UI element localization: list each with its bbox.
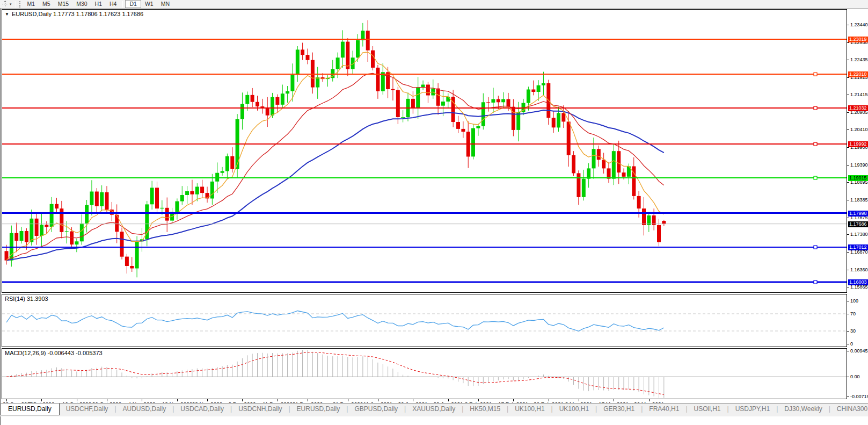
line-drag-handle[interactable]	[814, 280, 817, 284]
crosshair-icon	[2, 1, 9, 8]
timeframe-button-h4[interactable]: H4	[106, 0, 120, 8]
price-tick-tick	[847, 287, 849, 287]
price-chart-pane[interactable]: ▼EURUSD,Daily 1.17773 1.17806 1.17623 1.…	[2, 9, 847, 293]
toolbar-separator	[16, 1, 16, 8]
price-tick-tick	[847, 200, 849, 200]
timeframe-button-w1[interactable]: W1	[141, 0, 157, 8]
macd-tick-label: 0.009451	[850, 348, 868, 354]
chart-tab-usdjpy-h1[interactable]: USDJPY,H1	[729, 404, 776, 415]
macd-indicator-pane[interactable]: MACD(12,26,9) -0.006443 -0.005373	[2, 348, 847, 399]
date-tick	[513, 399, 514, 401]
date-tick	[649, 399, 650, 401]
horizontal-level-line[interactable]	[2, 176, 847, 179]
price-tick-tick	[847, 60, 849, 60]
macd-tick-tick	[847, 377, 849, 377]
chart-window: ▼EURUSD,Daily 1.17773 1.17806 1.17623 1.…	[0, 9, 868, 425]
level-price-badge: 1.19992	[848, 141, 868, 147]
price-tick-tick	[847, 112, 849, 113]
horizontal-level-line[interactable]	[2, 73, 847, 76]
line-drag-handle[interactable]	[814, 246, 817, 249]
chart-tab-bar: EURUSD,DailyUSDCHF,Daily|AUDUSD,Daily|US…	[0, 403, 868, 416]
timeframe-button-m30[interactable]: M30	[72, 0, 91, 8]
ema-slow-line[interactable]	[6, 110, 664, 261]
horizontal-level-line[interactable]	[2, 246, 847, 249]
macd-label: MACD(12,26,9) -0.006443 -0.005373	[5, 350, 103, 356]
horizontal-level-line[interactable]	[2, 280, 847, 284]
chart-tab-gbpusd-daily[interactable]: GBPUSD,Daily	[348, 404, 404, 415]
chart-tab-usdcad-daily[interactable]: USDCAD,Daily	[174, 404, 230, 415]
price-tick-tick	[847, 182, 849, 183]
level-price-badge: 1.19015	[848, 175, 868, 181]
horizontal-level-line[interactable]	[2, 142, 847, 146]
timeframe-button-m5[interactable]: M5	[39, 0, 54, 8]
chart-tab-uk100-h1[interactable]: UK100,H1	[553, 404, 595, 415]
date-tick	[107, 399, 107, 401]
price-tick-label: 1.21415	[850, 92, 868, 97]
line-drag-handle[interactable]	[814, 106, 817, 110]
candlestick-series	[5, 20, 666, 278]
chart-tab-hk50-m15[interactable]: HK50,M15	[463, 404, 507, 415]
level-price-badge: 1.17012	[848, 244, 868, 250]
chart-title-caret-icon[interactable]: ▼	[5, 12, 9, 17]
macd-signal-line[interactable]	[6, 352, 664, 395]
price-tick-tick	[847, 218, 849, 218]
chart-tab-dj30-weekly[interactable]: DJ30,Weekly	[778, 404, 828, 415]
chart-tab-usdchf-daily[interactable]: USDCHF,Daily	[60, 404, 115, 415]
chart-tab-usoil-h1[interactable]: USOil,H1	[688, 404, 727, 415]
price-tick-label: 1.19390	[850, 162, 868, 168]
ema-mid-line[interactable]	[6, 74, 664, 261]
chart-tab-xauusd-daily[interactable]: XAUUSD,Daily	[406, 404, 462, 415]
rsi-tick-label: 0	[850, 341, 853, 347]
price-tick-tick	[847, 129, 849, 130]
date-tick	[308, 399, 308, 401]
rsi-indicator-pane[interactable]: RSI(14) 31.3903	[2, 294, 847, 347]
price-tick-label: 1.16360	[850, 267, 868, 272]
chart-tab-ger30-h1[interactable]: GER30,H1	[597, 404, 641, 415]
line-drag-handle[interactable]	[814, 142, 817, 146]
rsi-tick-label: 70	[850, 311, 856, 316]
date-tick	[207, 399, 208, 401]
line-drag-handle[interactable]	[814, 73, 817, 76]
price-tick-label: 1.22435	[850, 57, 868, 62]
rsi-label: RSI(14) 31.3903	[5, 296, 48, 302]
timeframe-button-m1[interactable]: M1	[24, 0, 39, 8]
date-tick	[278, 399, 278, 401]
price-tick-tick	[847, 77, 849, 78]
horizontal-level-line[interactable]	[2, 106, 847, 110]
price-tick-label: 1.17380	[850, 232, 868, 237]
timeframe-button-mn[interactable]: MN	[157, 0, 173, 8]
timeframe-button-d1[interactable]: D1	[125, 0, 141, 8]
price-tick-label: 1.20410	[850, 127, 868, 132]
date-tick	[614, 399, 614, 401]
date-tick	[41, 399, 42, 401]
date-tick	[348, 399, 348, 401]
timeframe-button-m15[interactable]: M15	[54, 0, 72, 8]
macd-histogram	[6, 350, 664, 398]
toolbar-grip-handle[interactable]	[19, 1, 21, 8]
crosshair-cursor-icon[interactable]: ▾	[0, 1, 13, 8]
level-price-badge: 1.17998	[848, 211, 868, 217]
chart-tab-china300-h1[interactable]: CHINA300,H1	[830, 404, 868, 415]
price-tick-tick	[847, 25, 849, 25]
chart-tab-uk100-h1[interactable]: UK100,H1	[508, 404, 551, 415]
date-tick	[478, 399, 479, 401]
macd-tick-tick	[847, 351, 849, 351]
level-price-badge: 1.22010	[848, 71, 868, 77]
line-drag-handle[interactable]	[814, 176, 817, 179]
chart-tab-usdcnh-daily[interactable]: USDCNH,Daily	[232, 404, 288, 415]
date-tick	[177, 399, 178, 401]
level-price-badge: 1.16003	[848, 279, 868, 285]
chart-tab-eurusd-daily[interactable]: EURUSD,Daily	[290, 404, 347, 415]
tool-dropdown-caret-icon[interactable]: ▾	[10, 2, 12, 6]
level-price-badge: 1.21032	[848, 105, 868, 111]
timeframe-button-h1[interactable]: H1	[91, 0, 106, 8]
chart-tab-audusd-daily[interactable]: AUDUSD,Daily	[116, 404, 173, 415]
rsi-tick-tick	[847, 301, 849, 301]
ema-fast-line[interactable]	[6, 52, 664, 261]
current-price-badge: 1.17686	[848, 221, 868, 227]
macd-tick-label: -0.00719	[850, 394, 868, 399]
chart-tab-eurusd-daily[interactable]: EURUSD,Daily	[0, 404, 60, 415]
rsi-tick-tick	[847, 331, 849, 332]
chart-tab-fra40-h1[interactable]: FRA40,H1	[643, 404, 685, 415]
price-axis[interactable]: 1.234401.229301.224351.219251.214151.209…	[847, 9, 868, 412]
